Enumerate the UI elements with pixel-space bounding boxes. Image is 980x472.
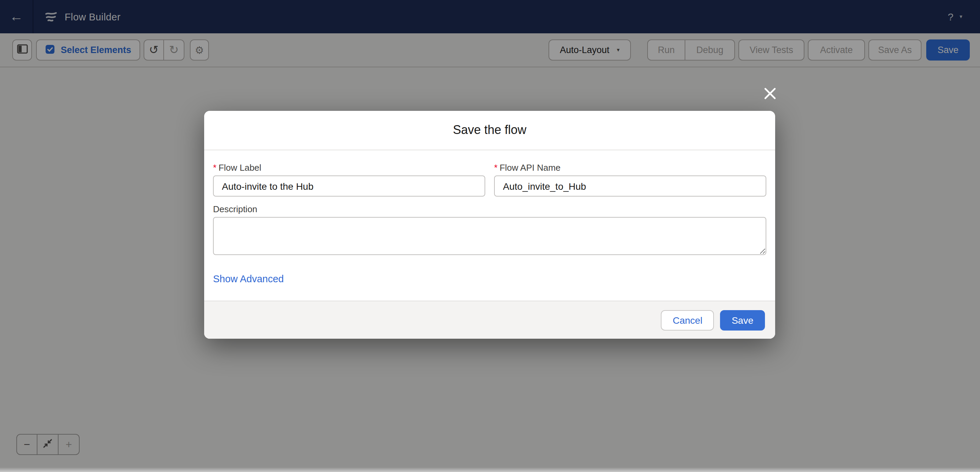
save-flow-dialog: Save the flow * Flow Label * Flow API Na… (204, 111, 775, 339)
bottom-edge-strip (0, 467, 980, 472)
dialog-title: Save the flow (453, 123, 527, 137)
dialog-header: Save the flow (204, 111, 775, 150)
cancel-button[interactable]: Cancel (661, 310, 714, 330)
required-asterisk: * (494, 164, 498, 172)
flow-api-name-field-group: * Flow API Name (494, 164, 766, 197)
flow-label-input[interactable] (213, 175, 485, 197)
description-field-group: Description (213, 205, 766, 255)
description-textarea[interactable] (213, 217, 766, 255)
flow-api-name-input[interactable] (494, 175, 766, 197)
dialog-body: * Flow Label * Flow API Name Description (204, 150, 775, 300)
modal-close-button[interactable] (762, 87, 778, 103)
flow-api-name-label: * Flow API Name (494, 164, 766, 172)
flow-label-label: * Flow Label (213, 164, 485, 172)
dialog-footer: Cancel Save (204, 300, 775, 339)
flow-builder-app: ← Flow Builder ? ▾ (0, 0, 980, 472)
required-asterisk: * (213, 164, 216, 172)
modal-save-button[interactable]: Save (720, 310, 765, 330)
flow-label-field-group: * Flow Label (213, 164, 485, 197)
description-label: Description (213, 205, 766, 213)
close-icon (764, 87, 776, 103)
show-advanced-link[interactable]: Show Advanced (213, 273, 284, 284)
